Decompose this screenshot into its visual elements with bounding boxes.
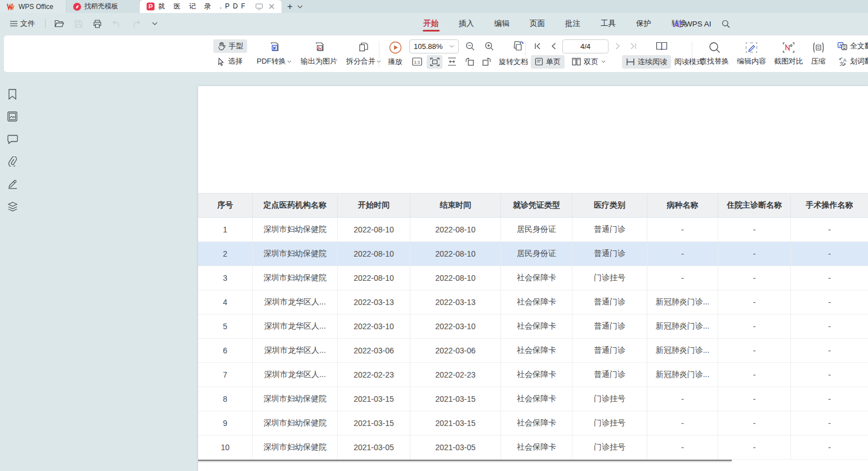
bookmarks-icon[interactable] [5,88,20,100]
rotate-right-button[interactable] [479,55,495,69]
tab-docer-templates[interactable]: 找稻壳模板 [66,0,140,13]
thumbnails-icon[interactable] [5,110,20,123]
table-cell: 新冠肺炎门诊... [647,315,718,339]
table-row: 8深圳市妇幼保健院2021-03-152021-03-15社会保障卡门诊挂号--… [198,387,868,411]
menu-item-6[interactable]: 保护 [628,15,659,32]
edit-content-button[interactable]: 编辑内容 [733,39,769,69]
quickbar-more-chevron-icon[interactable] [148,17,162,30]
pdf-convert-label: PDF转换 [257,56,286,66]
table-cell: 6 [198,339,253,363]
export-as-image-button[interactable]: 输出为图片 [297,39,341,69]
double-page-icon [572,57,581,66]
continuous-read-button[interactable]: 连续阅读 [622,55,671,69]
double-page-button[interactable]: 双页 [568,55,610,69]
comments-icon[interactable] [5,133,20,145]
table-row: 5深圳市龙华区人...2022-03-102022-03-10社会保障卡普通门诊… [198,315,868,339]
previous-page-button[interactable] [547,39,560,53]
rotate-left-button[interactable] [462,55,477,69]
single-page-button[interactable]: 单页 [531,55,565,69]
table-cell: - [718,266,791,290]
screenshot-compare-button[interactable]: 截图对比 [771,39,807,69]
last-page-button[interactable] [627,39,640,53]
menu-item-4[interactable]: 批注 [557,15,588,32]
first-page-button[interactable] [531,39,544,53]
table-row: 4深圳市龙华区人...2022-03-132022-03-13社会保障卡普通门诊… [198,290,868,315]
full-text-translate-button[interactable]: A 全文翻译 [834,39,868,53]
menu-item-2[interactable]: 编辑 [486,15,517,32]
split-merge-icon [357,41,370,53]
close-tab-icon[interactable] [269,3,275,10]
zoom-level-value: 105.88% [414,42,442,51]
open-file-icon[interactable] [52,17,66,30]
table-body: 1深圳市妇幼保健院2022-08-102022-08-10居民身份证普通门诊--… [198,218,868,460]
page-indicator-input[interactable]: 4/4 [562,39,609,53]
table-cell: 普通门诊 [572,218,647,242]
table-cell: - [791,290,868,315]
file-menu-button[interactable]: 文件 [7,17,38,30]
table-cell: 10 [198,436,253,460]
table-cell: 社会保障卡 [501,266,572,290]
table-cell: - [791,315,868,339]
tab-document-active[interactable]: 就 医 记 录 .PDF [140,0,281,13]
table-header-cell: 住院主诊断名称 [718,193,791,218]
tab-wps-office[interactable]: WPS Office [0,0,66,13]
menu-item-1[interactable]: 插入 [451,15,482,32]
pdf-page[interactable]: 序号定点医药机构名称开始时间结束时间就诊凭证类型医疗类别病种名称住院主诊断名称手… [198,86,868,471]
table-cell: - [718,315,791,339]
split-merge-button[interactable]: 拆分合并 [343,39,384,69]
table-row: 6深圳市龙华区人...2022-03-062022-03-06社会保障卡普通门诊… [198,339,868,363]
next-page-button[interactable] [611,39,624,53]
continuous-read-label: 连续阅读 [638,57,667,67]
menu-search-icon[interactable] [717,20,735,28]
save-icon[interactable] [71,17,85,30]
wps-ai-button[interactable]: WPS AI [668,20,717,28]
play-button[interactable]: 播放 [384,39,406,69]
table-cell: 2 [198,242,253,266]
word-translate-button[interactable]: 文A 划词翻译 [834,55,868,68]
table-cell: - [647,242,718,266]
signature-icon[interactable] [5,178,20,190]
table-cell: 2022-08-10 [410,218,501,242]
edit-content-label: 编辑内容 [737,56,766,66]
menu-item-3[interactable]: 页面 [522,15,553,32]
fit-page-button[interactable] [427,55,442,69]
menu-item-0[interactable]: 开始 [415,15,446,32]
table-row: 1深圳市妇幼保健院2022-08-102022-08-10居民身份证普通门诊--… [198,218,868,242]
wps-ai-label: WPS AI [685,20,712,28]
new-tab-button[interactable]: + [287,1,293,12]
table-cell: - [718,290,791,315]
compress-button[interactable]: 压缩 [808,39,829,69]
tab-list-chevron-icon[interactable] [297,5,303,8]
redo-icon[interactable] [129,17,142,30]
find-replace-button[interactable]: 查找替换 [696,39,732,69]
select-tool-button[interactable]: 选择 [213,55,247,68]
tab-label: WPS Office [19,3,53,11]
rotate-doc-button[interactable]: 旋转文档 [499,57,528,67]
table-cell: 2022-03-10 [410,315,501,339]
table-cell: - [718,387,791,411]
zoom-level-select[interactable]: 105.88% [409,39,459,53]
table-cell: 居民身份证 [501,242,572,266]
table-cell: 门诊挂号 [572,387,647,411]
hand-tool-button[interactable]: 手型 [213,39,247,53]
fit-width-button[interactable] [444,55,460,69]
monitor-icon[interactable] [256,3,263,10]
undo-icon[interactable] [110,17,123,30]
table-cell: - [791,218,868,242]
actual-size-button[interactable]: 1:1 [409,55,425,69]
layers-icon[interactable] [5,200,20,213]
table-bottom-rule [198,460,732,462]
menu-item-5[interactable]: 工具 [593,15,624,32]
print-icon[interactable] [91,17,104,30]
table-cell: 门诊挂号 [572,266,647,290]
attachment-icon[interactable] [5,155,20,168]
table-cell: - [791,363,868,387]
wps-pdf-window: WPS Office 找稻壳模板 就 医 记 录 .PDF + [0,0,868,471]
pdf-convert-button[interactable]: PDF转换 [253,39,295,69]
zoom-out-button[interactable] [462,39,478,53]
table-cell: 门诊挂号 [572,436,647,460]
table-cell: 2021-03-15 [410,411,501,436]
table-cell: 深圳市龙华区人... [253,315,338,339]
table-cell: 2022-08-10 [410,242,501,266]
zoom-in-button[interactable] [481,39,497,53]
